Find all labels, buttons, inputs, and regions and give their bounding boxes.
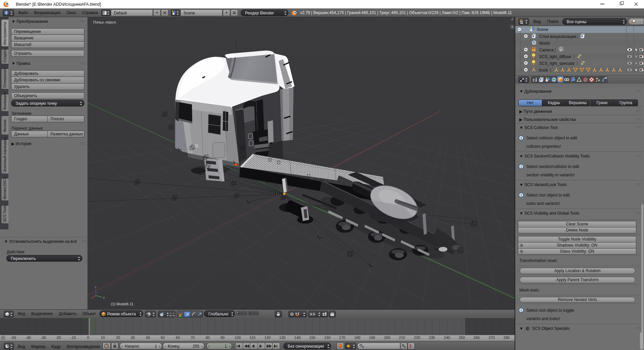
svg-text:Польз.-персп.: Польз.-персп. (93, 20, 117, 24)
svg-text:i: i (521, 308, 522, 312)
svg-text:(1) Model6.11: (1) Model6.11 (111, 302, 133, 306)
svg-text:i: i (521, 136, 522, 140)
svg-text:z: z (95, 286, 96, 289)
svg-text:y: y (103, 296, 105, 299)
svg-text:i: i (521, 193, 522, 197)
svg-text:i: i (521, 165, 522, 168)
